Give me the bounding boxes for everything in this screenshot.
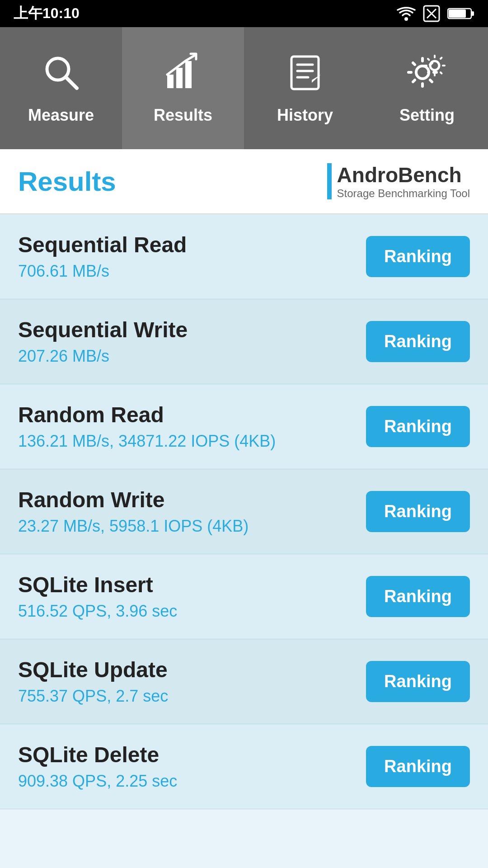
ranking-button[interactable]: Ranking [366, 491, 470, 532]
svg-point-0 [404, 17, 408, 21]
result-name: Random Write [18, 487, 249, 512]
ranking-button[interactable]: Ranking [366, 236, 470, 277]
result-name: SQLite Delete [18, 742, 177, 767]
brand-name-andro: Andro [337, 163, 398, 187]
svg-line-8 [66, 77, 77, 88]
status-time: 上午10:10 [14, 4, 80, 24]
nav-tabs: Measure Results History [0, 27, 488, 149]
tab-measure-label: Measure [28, 106, 94, 125]
measure-icon [41, 52, 81, 99]
result-name: SQLite Update [18, 657, 168, 682]
wifi-icon [397, 6, 416, 21]
svg-rect-10 [176, 68, 183, 88]
result-value: 207.26 MB/s [18, 347, 188, 366]
tab-history[interactable]: History [244, 27, 366, 149]
brand-bar-accent [327, 163, 332, 199]
svg-rect-12 [291, 57, 319, 89]
result-value: 516.52 QPS, 3.96 sec [18, 602, 177, 621]
ranking-button[interactable]: Ranking [366, 321, 470, 362]
result-name: Sequential Read [18, 232, 187, 257]
result-value: 23.27 MB/s, 5958.1 IOPS (4KB) [18, 517, 249, 536]
ranking-button[interactable]: Ranking [366, 661, 470, 702]
sim-icon [423, 5, 440, 22]
tab-results[interactable]: Results [122, 27, 244, 149]
ranking-button[interactable]: Ranking [366, 576, 470, 617]
brand-subtitle: Storage Benchmarking Tool [337, 187, 470, 200]
svg-point-18 [430, 61, 439, 70]
result-item: SQLite Update755.37 QPS, 2.7 secRanking [0, 639, 488, 724]
page-title: Results [18, 166, 116, 197]
history-icon [285, 52, 325, 99]
result-info: SQLite Delete909.38 QPS, 2.25 sec [18, 742, 177, 791]
result-name: Sequential Write [18, 317, 188, 342]
battery-icon [447, 7, 474, 20]
result-info: Sequential Read706.61 MB/s [18, 232, 187, 281]
result-value: 755.37 QPS, 2.7 sec [18, 687, 168, 706]
results-icon [163, 52, 203, 99]
tab-setting-label: Setting [399, 106, 455, 125]
ranking-button[interactable]: Ranking [366, 746, 470, 787]
result-info: Random Write23.27 MB/s, 5958.1 IOPS (4KB… [18, 487, 249, 536]
result-value: 706.61 MB/s [18, 262, 187, 281]
brand-logo: AndroBench Storage Benchmarking Tool [327, 163, 470, 200]
brand-text: AndroBench Storage Benchmarking Tool [337, 163, 470, 200]
result-name: SQLite Insert [18, 572, 177, 597]
result-value: 909.38 QPS, 2.25 sec [18, 772, 177, 791]
result-item: Sequential Read706.61 MB/sRanking [0, 214, 488, 299]
result-info: SQLite Insert516.52 QPS, 3.96 sec [18, 572, 177, 621]
result-info: SQLite Update755.37 QPS, 2.7 sec [18, 657, 168, 706]
brand-name: AndroBench [337, 163, 470, 187]
tab-history-label: History [277, 106, 333, 125]
results-header: Results AndroBench Storage Benchmarking … [0, 149, 488, 214]
svg-rect-11 [185, 61, 192, 88]
result-info: Random Read136.21 MB/s, 34871.22 IOPS (4… [18, 402, 276, 451]
results-list: Sequential Read706.61 MB/sRankingSequent… [0, 214, 488, 809]
tab-results-label: Results [154, 106, 212, 125]
result-item: SQLite Insert516.52 QPS, 3.96 secRanking [0, 554, 488, 639]
ranking-button[interactable]: Ranking [366, 406, 470, 447]
status-icons [397, 5, 474, 22]
result-name: Random Read [18, 402, 276, 427]
svg-rect-6 [449, 9, 466, 18]
tab-setting[interactable]: Setting [366, 27, 488, 149]
svg-point-17 [416, 66, 429, 79]
result-item: Random Read136.21 MB/s, 34871.22 IOPS (4… [0, 384, 488, 469]
svg-rect-9 [167, 75, 174, 88]
result-value: 136.21 MB/s, 34871.22 IOPS (4KB) [18, 432, 276, 451]
setting-icon [407, 52, 447, 99]
result-item: SQLite Delete909.38 QPS, 2.25 secRanking [0, 724, 488, 809]
result-item: Random Write23.27 MB/s, 5958.1 IOPS (4KB… [0, 469, 488, 554]
svg-rect-5 [471, 11, 474, 16]
result-info: Sequential Write207.26 MB/s [18, 317, 188, 366]
result-item: Sequential Write207.26 MB/sRanking [0, 299, 488, 384]
tab-measure[interactable]: Measure [0, 27, 122, 149]
brand-name-bench: Bench [398, 163, 462, 187]
status-bar: 上午10:10 [0, 0, 488, 27]
